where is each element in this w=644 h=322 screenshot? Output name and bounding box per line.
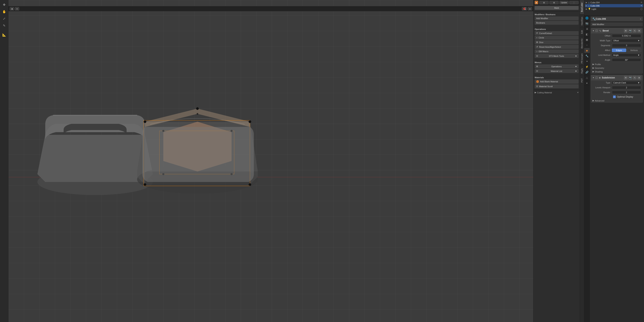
curve-extract-btn[interactable]: ⟳ Curve/Extract: [535, 31, 578, 35]
subdiv-levels-value[interactable]: 2: [612, 86, 641, 89]
modifier-wrench-icon: 🔧: [592, 17, 596, 20]
icon-2-btn[interactable]: ⊞: [549, 1, 559, 4]
tab-boxcutter[interactable]: BoxCutter: [580, 0, 584, 14]
mark-btn[interactable]: Mark: [535, 6, 578, 10]
subdiv-more-btn[interactable]: ▼: [637, 76, 641, 80]
material-tab[interactable]: ●: [584, 80, 590, 86]
limit-arrow: ▼: [638, 54, 640, 56]
data-tab[interactable]: △: [584, 75, 590, 80]
modifier-tab[interactable]: 🔧: [584, 53, 590, 59]
affect-edges-btn[interactable]: Edges: [612, 48, 626, 52]
scene-tab[interactable]: ▣: [584, 37, 590, 42]
circle-icon: +: [536, 36, 538, 39]
settings-icon[interactable]: ⋮: [569, 1, 578, 4]
view-layer-tab[interactable]: ◧: [584, 32, 590, 37]
outliner-item-cube006[interactable]: ▶ △ Cube.006 👁: [585, 4, 643, 7]
bevel-realtime-btn[interactable]: 👁: [624, 29, 628, 33]
object-props-tab[interactable]: ◆: [584, 48, 590, 53]
subdiv-type-value[interactable]: Catmull-Clark ▼: [612, 81, 641, 84]
material-scroll-btn[interactable]: ⊡ Material Scroll: [535, 84, 578, 88]
tab-blenderkit[interactable]: BlenderKit: [580, 36, 584, 51]
shading-section[interactable]: ▶ Shading: [591, 70, 643, 73]
output-tab[interactable]: 🖥: [584, 26, 590, 32]
constraints-tab[interactable]: 🔗: [584, 70, 590, 75]
bevel-modifier-header[interactable]: ▼ ⌥ Bevel 👁 📷 ✎ ▼: [591, 28, 643, 33]
em-macro-btn[interactable]: ○ EM Macro: [535, 49, 578, 53]
3d-viewport[interactable]: ◑ ⊙ 🧲 ◎: [8, 0, 533, 322]
bevel-edit-btn[interactable]: ✎: [633, 29, 637, 33]
bevel-more-btn[interactable]: ▼: [637, 29, 641, 33]
menu-dropdown-icon: ▼: [575, 65, 577, 68]
bevel-segments-label: Segments: [592, 44, 612, 47]
outliner-item-light[interactable]: ▶ 💡 Light: [585, 7, 643, 11]
tab-prloream[interactable]: PR loream: [580, 51, 584, 66]
subdiv-realtime-btn[interactable]: 👁: [624, 76, 628, 80]
material-list-btn[interactable]: ⊡ Material List ▼: [535, 69, 578, 73]
add-modifier-props-btn[interactable]: Add Modifier: [591, 22, 643, 26]
optimal-display-label: Optimal Display: [617, 96, 633, 98]
viewport-shading-btn[interactable]: ◑: [10, 7, 14, 10]
annotate-tool[interactable]: ✎: [1, 22, 7, 29]
bevel-width-type-label: Width Type: [592, 39, 612, 42]
bevel-title: Bevel: [602, 29, 623, 32]
profile-section[interactable]: ▶ Profile: [591, 62, 643, 66]
bevel-segments-value[interactable]: 3: [612, 44, 641, 47]
reset-axis-btn[interactable]: ↺ Reset Axis/Align/Select: [535, 45, 578, 49]
bevel-limit-label: Limit Method: [592, 54, 612, 56]
dice-btn[interactable]: ⊞ Dice: [535, 40, 578, 44]
cutting-material-toggle[interactable]: ▶ Cutting Material ✕: [535, 91, 578, 94]
proportional-btn[interactable]: ◎: [528, 7, 532, 10]
bevel-limit-value[interactable]: Angle ▼: [612, 53, 641, 57]
add-modifier-btn[interactable]: Add Modifier: [535, 16, 578, 20]
affect-vertices-btn[interactable]: Vertices: [627, 48, 641, 52]
subdiv-title: Subdivision: [602, 76, 623, 79]
physics-tab[interactable]: ⚡: [584, 64, 590, 70]
st3-mesh-tools-btn[interactable]: ⊡ ST3 Mesh Tools ▼: [535, 54, 578, 58]
tab-hardops[interactable]: HardOps: [580, 14, 584, 28]
cube006-vis-icon[interactable]: 👁: [640, 5, 642, 7]
snap-btn[interactable]: 🧲: [522, 7, 527, 10]
advanced-section[interactable]: ▶ Advanced: [591, 99, 643, 102]
circle-btn[interactable]: + Circle: [535, 36, 578, 40]
world-tab[interactable]: ○: [584, 42, 590, 48]
subdivision-modifier-header[interactable]: ▼ ⊞ Subdivision 👁 📷 ✎ ▼: [591, 75, 643, 80]
geometry-section[interactable]: ▶ Geometry: [591, 66, 643, 70]
renderprop-tab[interactable]: 📷: [584, 21, 590, 26]
scene-objects: [8, 0, 533, 322]
optimal-display-checkbox[interactable]: ✓: [613, 96, 616, 98]
move-tool[interactable]: ✋: [1, 8, 7, 15]
update-btn[interactable]: Update: [560, 1, 569, 4]
operations-menu-btn[interactable]: ⊞ Operations ▼: [535, 64, 578, 68]
subdiv-render-value[interactable]: 2: [612, 91, 641, 94]
measure-tool[interactable]: 📐: [1, 32, 7, 38]
subdiv-checkbox: [596, 77, 598, 79]
scene-props-tab[interactable]: 🌐: [584, 15, 590, 21]
viewport-overlay-bar: ◑ ⊙ 🧲 ◎: [8, 6, 533, 11]
bevel-width-type-value[interactable]: Offset ▼: [612, 39, 641, 42]
bevel-render-btn[interactable]: 📷: [628, 29, 632, 33]
cutting-material-section: ▶ Cutting Material ✕: [534, 90, 580, 95]
add-blank-material-btn[interactable]: Add Blank Material: [535, 79, 578, 84]
bevel-offset-value[interactable]: 0.3362 m: [612, 34, 641, 37]
subdiv-type-row: Type Catmull-Clark ▼: [591, 80, 643, 85]
properties-content: 🔧 Cube.006 ✕ Add Modifier ▼ ⌥ Bevel: [590, 15, 644, 322]
profile-arrow: ▶: [592, 63, 594, 65]
cube004-vis-icon[interactable]: 👁: [640, 1, 642, 3]
subdiv-edit-btn[interactable]: ✎: [633, 76, 637, 80]
tab-edit[interactable]: Edit: [580, 28, 584, 36]
icon-grid-btn[interactable]: ⊞: [539, 1, 548, 4]
viewport-overlay-btn[interactable]: ⊙: [15, 7, 19, 10]
subdiv-render-btn[interactable]: 📷: [628, 76, 632, 80]
particle-tab[interactable]: ✦: [584, 59, 590, 64]
cutting-material-label: Cutting Material: [537, 91, 552, 94]
transform-tool[interactable]: ⤢: [1, 15, 7, 22]
operations-section: Operations ⟳ Curve/Extract + Circle ⊞ Di…: [534, 26, 580, 59]
outliner-item-cube004[interactable]: ▶ △ Cube.004 👁: [585, 1, 643, 4]
cursor-tool[interactable]: ✥: [1, 1, 7, 8]
st3-dropdown-icon: ▼: [575, 55, 577, 57]
booleans-btn[interactable]: Booleans: [535, 21, 578, 25]
tab-pdt[interactable]: PDT: [580, 76, 584, 85]
affect-buttons: Edges Vertices: [612, 48, 641, 52]
tab-rigify[interactable]: Rigify: [580, 66, 584, 76]
bevel-angle-value[interactable]: 30°: [612, 58, 641, 62]
